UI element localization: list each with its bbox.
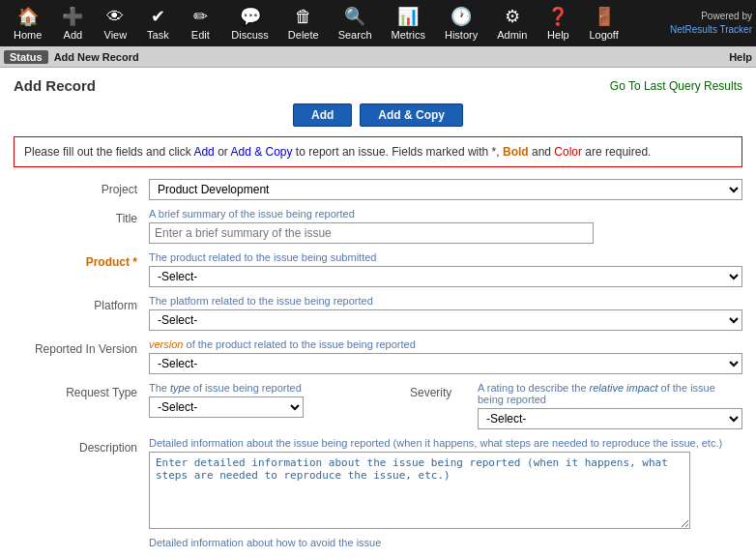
statusbar-help-link[interactable]: Help bbox=[729, 51, 752, 63]
nav-home[interactable]: 🏠 Home bbox=[4, 0, 51, 46]
description-hint: Detailed information about the issue bei… bbox=[149, 437, 742, 449]
description-label: Description bbox=[14, 437, 149, 455]
nav-search[interactable]: 🔍 Search bbox=[329, 0, 382, 46]
request-type-col: The type of issue being reported -Select… bbox=[149, 382, 400, 418]
project-label: Project bbox=[14, 179, 149, 196]
main-content: Add Record Go To Last Query Results Add … bbox=[0, 68, 756, 558]
notice-bold: Bold bbox=[503, 145, 529, 159]
notice-and: and bbox=[529, 145, 555, 159]
add-new-record-link[interactable]: Add New Record bbox=[50, 50, 143, 64]
help-icon: ❓ bbox=[547, 6, 568, 27]
project-select[interactable]: Product Development bbox=[149, 179, 742, 200]
nav-edit[interactable]: ✏ Edit bbox=[179, 0, 221, 46]
reported-version-row: Reported In Version version of the produ… bbox=[14, 338, 742, 374]
product-row: Product * The product related to the iss… bbox=[14, 251, 742, 287]
home-icon: 🏠 bbox=[17, 6, 39, 27]
notice-text-before: Please fill out the fields and click bbox=[24, 145, 193, 159]
platform-field-col: The platform related to the issue being … bbox=[149, 295, 742, 331]
reported-version-field-col: version of the product related to the is… bbox=[149, 338, 742, 374]
last-query-link[interactable]: Go To Last Query Results bbox=[610, 79, 742, 93]
page-title: Add Record bbox=[14, 77, 96, 94]
nav-view[interactable]: 👁 View bbox=[94, 0, 136, 46]
delete-icon: 🗑 bbox=[295, 7, 312, 27]
notice-add-copy-link: Add & Copy bbox=[230, 145, 292, 159]
request-type-label: Request Type bbox=[14, 382, 149, 399]
add-icon: ➕ bbox=[62, 6, 83, 27]
description-row: Description Detailed information about t… bbox=[14, 437, 742, 529]
product-select[interactable]: -Select- bbox=[149, 266, 742, 287]
nav-add[interactable]: ➕ Add bbox=[51, 0, 94, 46]
project-field-col: Product Development bbox=[149, 179, 742, 200]
platform-row: Platform The platform related to the iss… bbox=[14, 295, 742, 331]
nav-delete[interactable]: 🗑 Delete bbox=[278, 0, 329, 46]
nav-logoff[interactable]: 🚪 Logoff bbox=[579, 0, 627, 46]
reported-version-hint: version of the product related to the is… bbox=[149, 338, 742, 350]
notice-color: Color bbox=[554, 145, 582, 159]
description-field-col: Detailed information about the issue bei… bbox=[149, 437, 742, 529]
task-icon: ✔ bbox=[151, 6, 165, 27]
project-row: Project Product Development bbox=[14, 179, 742, 200]
nav-discuss[interactable]: 💬 Discuss bbox=[221, 0, 278, 46]
reported-version-select[interactable]: -Select- bbox=[149, 353, 742, 374]
platform-label: Platform bbox=[14, 295, 149, 312]
nav-metrics[interactable]: 📊 Metrics bbox=[382, 0, 435, 46]
request-type-hint: The type of issue being reported bbox=[149, 382, 400, 394]
logoff-icon: 🚪 bbox=[594, 6, 615, 27]
avoid-hint-col: Detailed information about how to avoid … bbox=[149, 537, 742, 551]
nav-admin[interactable]: ⚙ Admin bbox=[487, 0, 537, 46]
request-severity-row: Request Type The type of issue being rep… bbox=[14, 382, 742, 429]
title-row: Title A brief summary of the issue being… bbox=[14, 208, 742, 244]
notice-end: are required. bbox=[582, 145, 651, 159]
product-label: Product * bbox=[14, 251, 149, 269]
edit-icon: ✏ bbox=[193, 6, 208, 27]
button-row: Add Add & Copy bbox=[14, 103, 742, 127]
title-hint: A brief summary of the issue being repor… bbox=[149, 208, 742, 220]
platform-hint: The platform related to the issue being … bbox=[149, 295, 742, 307]
title-input[interactable] bbox=[149, 222, 594, 244]
avoid-row: Detailed information about how to avoid … bbox=[14, 537, 742, 551]
nav-help[interactable]: ❓ Help bbox=[537, 0, 579, 46]
severity-label: Severity bbox=[400, 382, 478, 399]
severity-col: A rating to describe the relative impact… bbox=[478, 382, 742, 429]
status-badge: Status bbox=[4, 50, 48, 64]
metrics-icon: 📊 bbox=[397, 6, 419, 27]
severity-hint: A rating to describe the relative impact… bbox=[478, 382, 742, 405]
page-header: Add Record Go To Last Query Results bbox=[14, 77, 742, 94]
discuss-icon: 💬 bbox=[240, 6, 261, 27]
severity-select[interactable]: -Select- bbox=[478, 408, 742, 429]
notice-add-link: Add bbox=[193, 145, 214, 159]
notice-after: to report an issue. Fields marked with *… bbox=[293, 145, 503, 159]
reported-version-label: Reported In Version bbox=[14, 338, 149, 356]
add-copy-button[interactable]: Add & Copy bbox=[360, 103, 463, 127]
add-button[interactable]: Add bbox=[293, 103, 352, 127]
statusbar: Status Add New Record Help bbox=[0, 46, 756, 68]
description-textarea[interactable] bbox=[149, 452, 690, 529]
search-icon: 🔍 bbox=[344, 6, 365, 27]
navbar: 🏠 Home ➕ Add 👁 View ✔ Task ✏ Edit 💬 Disc… bbox=[0, 0, 756, 46]
notice-or: or bbox=[215, 145, 231, 159]
product-field-col: The product related to the issue being s… bbox=[149, 251, 742, 287]
request-type-select[interactable]: -Select- bbox=[149, 396, 304, 418]
history-icon: 🕐 bbox=[451, 6, 472, 27]
app-name-link[interactable]: NetResults Tracker bbox=[670, 24, 752, 35]
view-icon: 👁 bbox=[106, 7, 124, 27]
title-field-col: A brief summary of the issue being repor… bbox=[149, 208, 742, 244]
avoid-label-spacer bbox=[14, 537, 149, 541]
powered-by: Powered by NetResults Tracker bbox=[670, 10, 752, 37]
notice-box: Please fill out the fields and click Add… bbox=[14, 136, 742, 167]
title-label: Title bbox=[14, 208, 149, 225]
avoid-hint: Detailed information about how to avoid … bbox=[149, 537, 742, 548]
platform-select[interactable]: -Select- bbox=[149, 309, 742, 331]
status-left: Status Add New Record bbox=[4, 50, 143, 64]
nav-history[interactable]: 🕐 History bbox=[435, 0, 487, 46]
product-hint: The product related to the issue being s… bbox=[149, 251, 742, 263]
admin-icon: ⚙ bbox=[505, 6, 520, 27]
nav-task[interactable]: ✔ Task bbox=[136, 0, 179, 46]
